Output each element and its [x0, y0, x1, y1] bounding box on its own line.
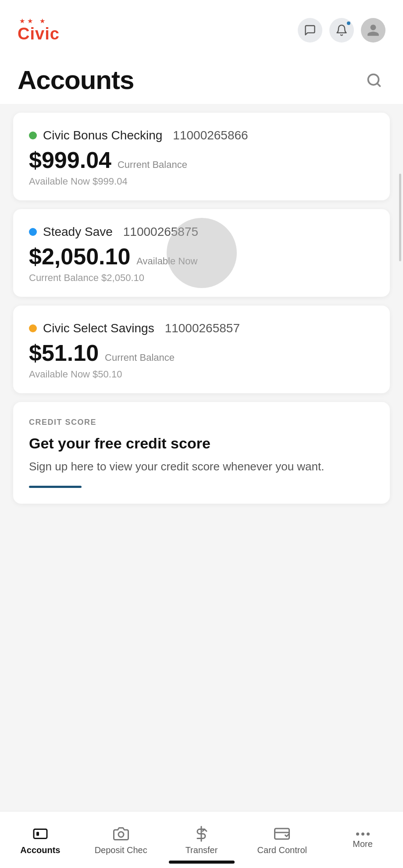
chat-icon [304, 24, 316, 36]
nav-item-card-control[interactable]: Card Control [242, 811, 322, 868]
nav-label-card-control: Card Control [257, 845, 307, 855]
balance-amount-select: $51.10 [29, 340, 99, 366]
nav-item-accounts[interactable]: Accounts [0, 811, 81, 868]
account-card-wrapper-checking: Civic Bonus Checking 11000265866 $999.04… [13, 113, 390, 200]
credit-score-section[interactable]: CREDIT SCORE Get your free credit score … [13, 402, 390, 504]
star-icon: ★ [39, 18, 45, 24]
balance-amount-savings: $2,050.10 [29, 243, 130, 270]
balance-row-checking: $999.04 Current Balance [29, 147, 374, 173]
nav-label-more: More [353, 839, 373, 849]
balance-row-savings: $2,050.10 Available Now [29, 243, 374, 270]
nav-label-accounts: Accounts [20, 845, 60, 855]
credit-score-section-label: CREDIT SCORE [29, 418, 374, 427]
balance-label-savings: Available Now [136, 256, 197, 267]
available-now-savings: Current Balance $2,050.10 [29, 272, 374, 284]
svg-rect-2 [34, 829, 47, 839]
accounts-icon [32, 826, 48, 842]
search-icon [366, 72, 382, 88]
more-icon [356, 832, 370, 836]
nav-item-deposit[interactable]: Deposit Chec [81, 811, 161, 868]
account-card-savings[interactable]: Steady Save 11000265875 $2,050.10 Availa… [13, 209, 390, 297]
scroll-indicator [399, 174, 401, 261]
bottom-nav: Accounts Deposit Chec Transfer Card Cont… [0, 811, 403, 868]
main-content: Civic Bonus Checking 11000265866 $999.04… [0, 104, 403, 587]
credit-score-description: Sign up here to view your credit score w… [29, 458, 374, 475]
header-actions [298, 18, 385, 43]
account-dot-select [29, 324, 37, 332]
account-card-wrapper-select: Civic Select Savings 11000265857 $51.10 … [13, 306, 390, 393]
header: ★ ★ ★ Civic [0, 0, 403, 52]
account-name-savings: Steady Save [43, 225, 113, 239]
nav-label-transfer: Transfer [185, 845, 218, 855]
account-dot-checking [29, 132, 37, 139]
svg-line-1 [377, 83, 380, 86]
page-title: Accounts [18, 65, 134, 95]
home-indicator [169, 861, 235, 864]
bottom-spacer [13, 512, 390, 578]
svg-rect-3 [36, 832, 39, 836]
nav-item-more[interactable]: More [322, 811, 403, 868]
svg-point-4 [118, 832, 124, 837]
account-header-savings: Steady Save 11000265875 [29, 225, 374, 239]
account-number-select: 11000265857 [165, 321, 240, 335]
nav-label-deposit: Deposit Chec [95, 845, 147, 855]
balance-row-select: $51.10 Current Balance [29, 340, 374, 366]
search-button[interactable] [363, 69, 385, 92]
notification-button[interactable] [329, 18, 354, 43]
credit-score-title: Get your free credit score [29, 435, 374, 452]
svg-rect-6 [275, 829, 289, 839]
account-card-wrapper-savings: Steady Save 11000265875 $2,050.10 Availa… [13, 209, 390, 297]
account-header-checking: Civic Bonus Checking 11000265866 [29, 128, 374, 142]
available-now-checking: Available Now $999.04 [29, 176, 374, 187]
card-control-icon [274, 826, 290, 842]
credit-score-bar [29, 486, 82, 488]
available-now-select: Available Now $50.10 [29, 369, 374, 380]
account-dot-savings [29, 228, 37, 236]
logo: ★ ★ ★ Civic [18, 18, 60, 43]
account-number-checking: 11000265866 [173, 128, 248, 142]
star-icon: ★ [27, 18, 33, 24]
star-icon: ★ [19, 18, 25, 24]
balance-label-select: Current Balance [105, 352, 175, 363]
transfer-icon [193, 826, 209, 842]
balance-label-checking: Current Balance [118, 159, 187, 171]
profile-button[interactable] [361, 18, 385, 43]
page-title-area: Accounts [0, 52, 403, 104]
account-header-select: Civic Select Savings 11000265857 [29, 321, 374, 335]
camera-icon [113, 826, 129, 842]
account-number-savings: 11000265875 [123, 225, 198, 239]
account-card-checking[interactable]: Civic Bonus Checking 11000265866 $999.04… [13, 113, 390, 200]
chat-button[interactable] [298, 18, 322, 43]
app-logo: Civic [18, 25, 60, 42]
account-name-checking: Civic Bonus Checking [43, 128, 162, 142]
nav-item-transfer[interactable]: Transfer [161, 811, 242, 868]
account-card-select[interactable]: Civic Select Savings 11000265857 $51.10 … [13, 306, 390, 393]
user-icon [366, 23, 380, 37]
bell-icon [335, 24, 348, 36]
account-name-select: Civic Select Savings [43, 321, 154, 335]
notification-dot [346, 21, 351, 26]
balance-amount-checking: $999.04 [29, 147, 111, 173]
